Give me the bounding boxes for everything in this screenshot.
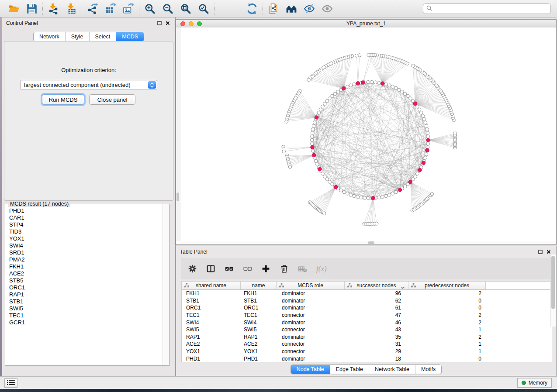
mcds-result-item[interactable]: TID3 xyxy=(9,228,163,235)
zoom-in-icon[interactable] xyxy=(144,3,156,15)
maximize-window-icon[interactable] xyxy=(197,21,202,26)
mcds-list-scrollbar[interactable] xyxy=(163,204,169,365)
tab-mcds[interactable]: MCDS xyxy=(116,32,144,41)
mcds-result-item[interactable]: PMA2 xyxy=(9,256,163,263)
cell[interactable]: YOX1 xyxy=(182,348,241,354)
cell[interactable]: dominator xyxy=(277,320,345,326)
cell[interactable]: 0 xyxy=(408,305,486,311)
hide-selected-icon[interactable] xyxy=(303,3,315,15)
zoom-fit-icon[interactable] xyxy=(180,3,192,15)
table-row[interactable]: STB1STB1dominator620 xyxy=(182,297,552,305)
cell[interactable]: FKH1 xyxy=(182,290,241,296)
mcds-result-item[interactable]: GCR1 xyxy=(9,319,163,326)
tab-motifs[interactable]: Motifs xyxy=(415,365,441,374)
cell[interactable]: dominator xyxy=(277,298,345,304)
table-row[interactable]: TEC1TEC1connector472 xyxy=(182,312,552,319)
cell[interactable]: ACE2 xyxy=(241,341,277,347)
table-row[interactable]: ORC1ORC1dominator610 xyxy=(182,304,552,312)
mcds-result-item[interactable]: TEC1 xyxy=(9,312,163,319)
cell[interactable]: RAP1 xyxy=(182,334,241,340)
table-row[interactable]: FKH1FKH1dominator962 xyxy=(182,290,552,297)
cell[interactable]: 2 xyxy=(408,334,486,340)
cell[interactable]: 96 xyxy=(345,290,408,296)
close-table-panel-icon[interactable] xyxy=(547,250,551,254)
panel-menu-button[interactable] xyxy=(4,378,17,388)
table-row[interactable]: RAP1RAP1dominator352 xyxy=(182,334,552,341)
tab-node-table[interactable]: Node Table xyxy=(291,365,330,374)
copy-network-icon[interactable] xyxy=(267,3,280,15)
cell[interactable]: STB1 xyxy=(182,298,241,304)
cell[interactable]: ORC1 xyxy=(241,305,277,311)
zoom-selected-icon[interactable] xyxy=(197,3,210,15)
cell[interactable]: connector xyxy=(277,312,345,318)
column-header-mcds-role[interactable]: MCDS role xyxy=(277,282,345,289)
cell[interactable]: 0 xyxy=(408,356,486,362)
cell[interactable]: 47 xyxy=(345,312,408,318)
cell[interactable]: ACE2 xyxy=(182,341,241,347)
close-window-icon[interactable] xyxy=(180,21,185,26)
mcds-result-item[interactable]: ACE2 xyxy=(9,270,163,277)
cell[interactable]: TEC1 xyxy=(241,312,277,318)
add-column-icon[interactable] xyxy=(260,263,271,274)
cell[interactable]: 2 xyxy=(408,320,486,326)
mcds-result-item[interactable]: CAR1 xyxy=(9,214,163,221)
cell[interactable]: 29 xyxy=(345,348,408,354)
network-horizontal-scroll-thumb[interactable] xyxy=(368,241,374,244)
table-scroll-thumb[interactable] xyxy=(551,256,555,309)
cell[interactable]: SWI4 xyxy=(182,320,241,326)
cell[interactable]: SWI5 xyxy=(241,327,277,333)
search-box[interactable] xyxy=(423,3,551,14)
cell[interactable]: PHD1 xyxy=(241,356,277,362)
cell[interactable]: 2 xyxy=(408,312,486,318)
float-panel-icon[interactable] xyxy=(157,21,162,25)
cell[interactable]: 2 xyxy=(408,290,486,296)
mcds-result-item[interactable]: YOX1 xyxy=(9,235,163,242)
cell[interactable]: 35 xyxy=(345,334,408,340)
tab-select[interactable]: Select xyxy=(90,32,117,41)
close-panel-icon[interactable] xyxy=(166,21,170,25)
mcds-result-item[interactable]: STP4 xyxy=(9,221,163,228)
float-table-panel-icon[interactable] xyxy=(538,250,543,254)
column-header-successor-nodes[interactable]: successor nodes xyxy=(345,282,408,289)
mcds-result-item[interactable]: ORC1 xyxy=(9,284,163,291)
cell[interactable]: 46 xyxy=(345,320,408,326)
import-network-icon[interactable] xyxy=(47,3,59,15)
cell[interactable]: ORC1 xyxy=(182,305,241,311)
table-settings-icon[interactable] xyxy=(187,263,198,274)
mcds-result-item[interactable]: STB1 xyxy=(9,298,163,305)
cell[interactable]: 61 xyxy=(345,305,408,311)
cell[interactable]: TEC1 xyxy=(182,312,241,318)
table-scrollbar[interactable] xyxy=(550,254,556,327)
mcds-result-item[interactable]: PHD1 xyxy=(9,207,163,214)
export-image-icon[interactable] xyxy=(122,3,135,15)
select-all-icon[interactable] xyxy=(224,263,235,274)
cell[interactable]: 1 xyxy=(408,327,486,333)
memory-button[interactable]: Memory xyxy=(517,378,552,388)
tab-network[interactable]: Network xyxy=(34,32,66,41)
import-table-icon[interactable] xyxy=(65,3,77,15)
optimization-criterion-select[interactable]: largest connected component (undirected) xyxy=(20,80,157,90)
cell[interactable]: dominator xyxy=(277,356,345,362)
cell[interactable]: 43 xyxy=(345,327,408,333)
network-vertical-scroll-thumb[interactable] xyxy=(176,193,179,201)
mcds-result-item[interactable]: RAP1 xyxy=(9,291,163,298)
deselect-all-icon[interactable] xyxy=(242,263,253,274)
network-canvas[interactable] xyxy=(176,28,556,244)
cell[interactable]: dominator xyxy=(277,290,345,296)
mcds-result-item[interactable]: STB5 xyxy=(9,277,163,284)
cell[interactable]: 1 xyxy=(408,348,486,354)
tab-edge-table[interactable]: Edge Table xyxy=(330,365,369,374)
show-columns-icon[interactable] xyxy=(205,263,216,274)
cell[interactable]: 18 xyxy=(345,356,408,362)
first-neighbors-icon[interactable] xyxy=(285,3,298,15)
cell[interactable]: SWI4 xyxy=(241,320,277,326)
cell[interactable]: STB1 xyxy=(241,298,277,304)
tab-network-table[interactable]: Network Table xyxy=(369,365,415,374)
cell[interactable]: PHD1 xyxy=(182,356,241,362)
close-panel-button[interactable]: Close panel xyxy=(89,94,135,105)
cell[interactable]: connector xyxy=(277,348,345,354)
cell[interactable]: 62 xyxy=(345,298,408,304)
column-header-name[interactable]: name xyxy=(241,282,277,289)
cell[interactable]: RAP1 xyxy=(241,334,277,340)
cell[interactable]: 1 xyxy=(408,341,486,347)
